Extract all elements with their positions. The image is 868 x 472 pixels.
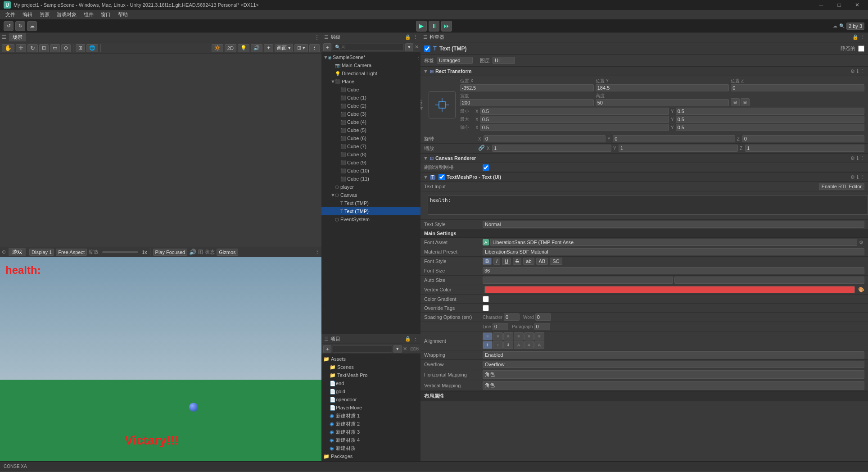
tmp-section-header[interactable]: ▼ T TextMeshPro - Text (UI) ⚙ ℹ ⋮ (420, 172, 868, 182)
step-button[interactable]: ⏭ (441, 21, 452, 32)
h-item-cube11[interactable]: ⬛ Cube (11) (321, 175, 420, 183)
menu-file[interactable]: 文件 (2, 10, 19, 19)
auto-max-val[interactable] (674, 277, 865, 284)
align-baseline[interactable]: A (514, 341, 524, 349)
h-item-plane[interactable]: ▼ ⬛ Plane (321, 77, 420, 86)
rect-transform-header[interactable]: ▼ ⊞ Rect Transform ⚙ ℹ ⋮ (420, 66, 868, 76)
vertex-color-swatch[interactable] (484, 286, 855, 293)
fx-btn[interactable]: ✦ (264, 44, 273, 52)
material-preset-dropdown[interactable]: LiberationSans SDF Material (483, 248, 864, 255)
h-item-dirlight[interactable]: 💡 Directional Light (321, 69, 420, 77)
hierarchy-close[interactable]: ✕ (415, 44, 419, 50)
project-filter[interactable]: ▾ (393, 345, 402, 353)
text-style-dropdown[interactable]: Normal (483, 221, 864, 228)
line-val[interactable]: 0 (493, 323, 508, 330)
font-style-smallcaps[interactable]: SC (550, 258, 562, 265)
game-tab[interactable]: 游戏 (9, 248, 26, 256)
h-mapping-dropdown[interactable]: 角色 (483, 370, 864, 379)
align-justify-mid[interactable]: ≡ (524, 332, 534, 340)
constrain-btn[interactable]: ⊟ (731, 98, 740, 106)
scene-panel-options[interactable]: ⋮ (314, 34, 320, 41)
h-item-text-tmp2[interactable]: T Text (TMP) (321, 207, 420, 215)
menu-help[interactable]: 帮助 (114, 10, 131, 19)
font-style-lower[interactable]: ab (523, 258, 534, 265)
p-item-mat2[interactable]: ◉ 新建材质 2 (321, 420, 420, 428)
scale-y-val[interactable]: 1 (619, 145, 738, 152)
p-item-mat4[interactable]: ◉ 新建材质 4 (321, 436, 420, 444)
align-center[interactable]: ≡ (493, 332, 503, 340)
font-style-bold[interactable]: B (483, 258, 492, 265)
tag-dropdown[interactable]: Untagged (437, 57, 473, 64)
text-textarea[interactable]: health: (428, 195, 868, 215)
h-item-cube0[interactable]: ⬛ Cube (321, 86, 420, 94)
hierarchy-options[interactable]: ⋮ (413, 34, 418, 40)
h-item-maincamera[interactable]: 📷 Main Camera (321, 61, 420, 69)
auto-min-val[interactable] (483, 277, 673, 284)
p-item-assets[interactable]: 📁 Assets (321, 355, 420, 363)
anchor-max-x[interactable]: 0.5 (480, 116, 669, 123)
h-item-cube3[interactable]: ⬛ Cube (3) (321, 110, 420, 118)
p-item-mat1[interactable]: ◉ 新建材质 1 (321, 412, 420, 420)
menu-window[interactable]: 窗口 (97, 10, 114, 19)
menu-assets[interactable]: 资源 (36, 10, 53, 19)
font-style-upper[interactable]: AB (536, 258, 548, 265)
para-val[interactable]: 0 (534, 323, 550, 330)
align-capline[interactable]: A (534, 341, 544, 349)
width-val[interactable]: 200 (460, 99, 594, 106)
anchor-min-x[interactable]: 0.5 (480, 108, 669, 115)
scale-link-icon[interactable]: 🔗 (478, 145, 485, 152)
transform-tool[interactable]: ⊕ (61, 44, 71, 52)
inspector-options[interactable]: ⋮ (860, 34, 865, 40)
light-btn[interactable]: 💡 (238, 44, 249, 52)
audio-btn[interactable]: 🔊 (251, 44, 262, 52)
h-item-cube10[interactable]: ⬛ Cube (10) (321, 167, 420, 175)
2d-btn[interactable]: 2D (225, 44, 236, 52)
inspector-lock[interactable]: 🔒 (852, 34, 859, 40)
pivot-y-val[interactable]: 0.5 (676, 124, 864, 131)
redo-button[interactable]: ↻ (15, 21, 25, 31)
p-item-end[interactable]: 📄 end (321, 379, 420, 387)
hierarchy-search[interactable]: 🔍 All (333, 44, 404, 51)
rot-x-val[interactable]: 0 (484, 135, 606, 142)
anchor-max-y[interactable]: 0.5 (676, 116, 864, 123)
p-item-packages[interactable]: 📁 Packages (321, 452, 420, 460)
canvas-renderer-header[interactable]: ▼ ⊡ Canvas Renderer ⚙ ℹ ⋮ (420, 153, 868, 163)
p-item-gold[interactable]: 📄 gold (321, 387, 420, 395)
h-item-cube4[interactable]: ⬛ Cube (4) (321, 118, 420, 126)
move-tool[interactable]: ✛ (16, 44, 26, 52)
rot-z-val[interactable]: 0 (742, 135, 864, 142)
h-item-cube8[interactable]: ⬛ Cube (8) (321, 150, 420, 159)
h-item-cube7[interactable]: ⬛ Cube (7) (321, 142, 420, 150)
hierarchy-filter[interactable]: ▾ (405, 43, 413, 51)
cr-settings-icon[interactable]: ⚙ (850, 155, 855, 161)
p-item-mat3[interactable]: ◉ 新建材质 3 (321, 428, 420, 436)
display-dropdown[interactable]: Display 1 (29, 249, 54, 256)
minimize-button[interactable]: ─ (812, 0, 830, 10)
play-button[interactable]: ▶ (416, 21, 427, 32)
pos-z-val[interactable]: 0 (731, 84, 864, 91)
wrapping-dropdown[interactable]: Enabled (483, 351, 864, 359)
p-item-scenes[interactable]: 📁 Scenes (321, 363, 420, 371)
h-item-cube2[interactable]: ⬛ Cube (2) (321, 102, 420, 110)
color-gradient-checkbox[interactable] (483, 296, 489, 302)
project-add-btn[interactable]: + (323, 345, 331, 353)
scene-tab[interactable]: 场景 (9, 33, 26, 41)
rect-settings-icon[interactable]: ⚙ (850, 68, 855, 74)
world-toggle[interactable]: 🌐 (86, 44, 98, 52)
font-asset-value[interactable]: LiberationSans SDF (TMP Font Asse (490, 239, 857, 246)
scale-z-val[interactable]: 1 (745, 145, 864, 152)
scale-slider[interactable] (102, 251, 138, 253)
project-search[interactable] (333, 345, 392, 353)
h-item-samplescene[interactable]: ▼ ◉ SampleScene* ⋮ (321, 53, 420, 61)
layer-dropdown[interactable]: UI (493, 57, 515, 64)
h-options[interactable]: ⋮ (416, 55, 420, 60)
font-size-val[interactable]: 36 (483, 267, 864, 274)
height-val[interactable]: 50 (596, 99, 729, 106)
hierarchy-add-btn[interactable]: + (323, 43, 331, 51)
color-picker-icon[interactable]: 🎨 (858, 286, 864, 293)
h-item-eventsystem[interactable]: ⬡ EventSystem (321, 215, 420, 223)
rect-options-icon[interactable]: ⋮ (860, 68, 865, 74)
align-justify[interactable]: ≡ (514, 332, 524, 340)
align-top[interactable]: ⬆ (483, 341, 493, 349)
h-item-cube6[interactable]: ⬛ Cube (6) (321, 134, 420, 142)
